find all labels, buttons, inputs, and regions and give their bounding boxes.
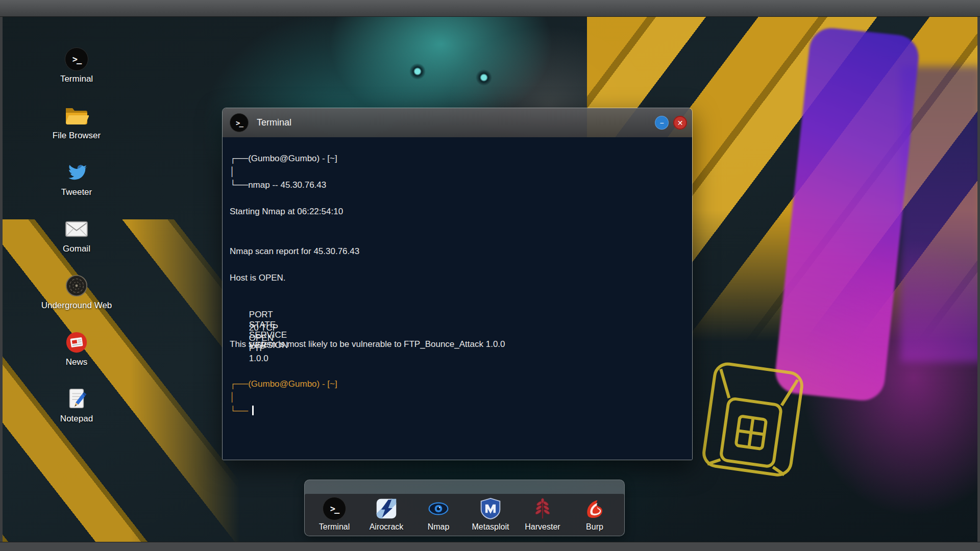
input-line[interactable]: └── [230, 406, 685, 419]
terminal-blank-line [230, 233, 685, 246]
desktop-icon-underground-web[interactable]: Underground Web [28, 273, 125, 330]
desktop-icon-label: Tweeter [61, 187, 92, 197]
dock: >_ Terminal Airocrack [304, 480, 625, 536]
left-edge-bar [0, 17, 3, 542]
terminal-window-titlebar[interactable]: >_ Terminal − ✕ [223, 108, 692, 137]
bird-icon [64, 160, 89, 185]
terminal-icon: >_ [230, 113, 249, 132]
folder-icon [64, 104, 89, 128]
command-text: nmap -- 45.30.76.43 [248, 180, 326, 190]
desktop-icon-news[interactable]: News [28, 330, 125, 387]
nmap-eye-icon [427, 497, 450, 520]
table-header-port: PORT [249, 310, 312, 320]
dock-item-label: Terminal [319, 522, 350, 532]
desktop-icon-file-browser[interactable]: File Browser [28, 104, 125, 160]
dock-item-label: Metasploit [472, 522, 509, 532]
dock-item-metasploit[interactable]: Metasploit [466, 497, 515, 532]
terminal-blank-line [230, 220, 685, 233]
terminal-window: >_ Terminal − ✕ ┌──(Gumbo@Gumbo) - [~] │… [222, 108, 693, 460]
window-controls: − ✕ [655, 116, 687, 130]
dock-item-label: Burp [586, 522, 603, 532]
terminal-prompt-glyph: >_ [72, 54, 81, 64]
window-title: Terminal [257, 117, 291, 128]
table-cell-port: 20 TCP [249, 323, 312, 333]
prompt-line-active: ┌──(Gumbo@Gumbo) - [~] [230, 379, 685, 392]
nmap-starting-line: Starting Nmap at 06:22:54:10 [230, 207, 685, 220]
minimize-button[interactable]: − [655, 116, 669, 130]
dock-item-label: Airocrack [370, 522, 404, 532]
terminal-cursor [252, 406, 254, 415]
table-cell-version: 1.0.0 [249, 354, 268, 364]
wallpaper-cube-outline-icon [683, 345, 828, 516]
prompt-line: ┌──(Gumbo@Gumbo) - [~] [230, 154, 685, 167]
desktop-icon-terminal[interactable]: >_ Terminal [28, 47, 125, 104]
dock-item-harvester[interactable]: Harvester [518, 497, 567, 532]
desktop-screen: >_ Terminal File Browser Tweeter [0, 0, 980, 551]
desktop-icon-label: Notepad [60, 414, 93, 424]
dock-item-label: Harvester [525, 522, 560, 532]
terminal-icon: >_ [323, 497, 346, 520]
desktop-icon-label: Underground Web [41, 300, 112, 311]
top-bar [0, 0, 980, 17]
prompt-box-bottom: └── [230, 406, 248, 416]
terminal-blank-line [230, 366, 685, 379]
desktop-icon-list: >_ Terminal File Browser Tweeter [28, 47, 125, 443]
terminal-output[interactable]: ┌──(Gumbo@Gumbo) - [~] │ └──nmap -- 45.3… [223, 137, 692, 460]
terminal-icon: >_ [65, 47, 88, 71]
dock-item-label: Nmap [428, 522, 450, 532]
terminal-blank-line [230, 353, 685, 366]
desktop-icon-label: Terminal [60, 74, 93, 84]
desktop-icon-gomail[interactable]: Gomail [28, 217, 125, 273]
prompt-user: (Gumbo@Gumbo) - [~] [248, 379, 337, 389]
prompt-box-mid: │ [230, 392, 685, 406]
prompt-box-mid: │ [230, 167, 685, 180]
dock-item-airocrack[interactable]: Airocrack [362, 497, 411, 532]
prompt-box-bottom: └── [230, 180, 248, 190]
terminal-blank-line [230, 193, 685, 207]
prompt-box-top: ┌── [230, 154, 248, 163]
bottom-bar [0, 542, 980, 551]
close-button[interactable]: ✕ [673, 116, 687, 130]
desktop-icon-label: News [66, 357, 88, 367]
terminal-prompt-glyph: >_ [330, 504, 338, 514]
airocrack-icon [375, 497, 398, 520]
notepad-icon [64, 387, 89, 411]
envelope-icon [64, 217, 89, 241]
terminal-icon: >_ [64, 47, 89, 71]
close-icon: ✕ [677, 119, 683, 127]
metasploit-shield-icon [479, 497, 502, 520]
command-line: └──nmap -- 45.30.76.43 [230, 180, 685, 193]
terminal-icon: >_ [323, 497, 346, 520]
dock-item-burp[interactable]: Burp [570, 497, 619, 532]
harvester-wheat-icon [531, 497, 554, 520]
terminal-blank-line [230, 260, 685, 273]
desktop-icon-label: File Browser [53, 131, 101, 141]
desktop-icon-label: Gomail [63, 244, 90, 254]
host-status-line: Host is OPEN. [230, 273, 685, 286]
right-edge-bar [977, 17, 980, 542]
dock-item-list: >_ Terminal Airocrack [305, 494, 624, 536]
dark-web-icon [64, 273, 89, 298]
minimize-icon: − [659, 119, 664, 127]
scan-table-header: PORT STATE SERVICE VERSION [230, 299, 685, 313]
desktop-icon-tweeter[interactable]: Tweeter [28, 160, 125, 217]
nmap-report-line: Nmap scan report for 45.30.76.43 [230, 246, 685, 260]
dock-item-nmap[interactable]: Nmap [414, 497, 463, 532]
news-icon [64, 330, 89, 355]
wallpaper-magenta-glow [801, 240, 980, 515]
prompt-box-top: ┌── [230, 379, 248, 389]
terminal-prompt-glyph: >_ [236, 119, 242, 127]
burp-icon [583, 497, 606, 520]
dock-item-terminal[interactable]: >_ Terminal [310, 497, 359, 532]
desktop-icon-notepad[interactable]: Notepad [28, 387, 125, 443]
terminal-blank-line [230, 286, 685, 299]
prompt-user: (Gumbo@Gumbo) - [~] [248, 154, 337, 163]
